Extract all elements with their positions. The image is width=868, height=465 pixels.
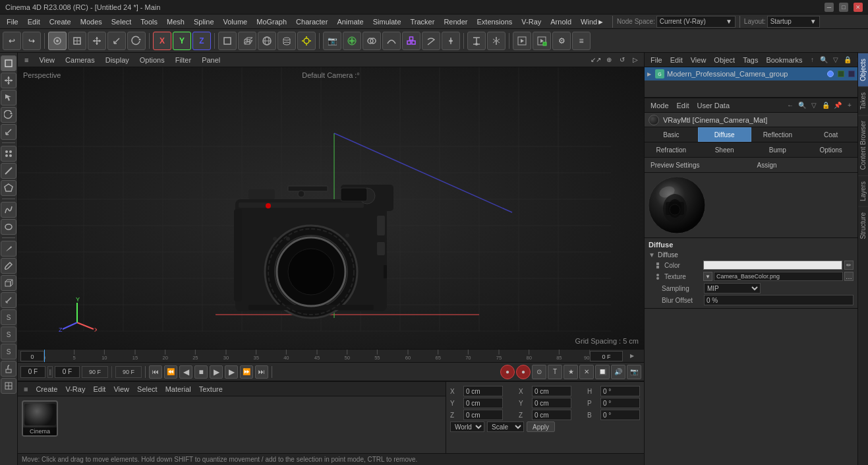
mat-tab-sheen[interactable]: Sheen — [698, 142, 751, 157]
render-view-button[interactable] — [513, 32, 531, 50]
next-frame-button[interactable]: ▶ — [225, 365, 238, 379]
menu-wind[interactable]: Wind► — [577, 16, 608, 27]
menu-mesh[interactable]: Mesh — [163, 16, 188, 27]
coord-sx-input[interactable] — [532, 386, 571, 396]
sidebar-poly-icon[interactable] — [1, 180, 16, 196]
sidebar-rotate-icon[interactable] — [1, 107, 16, 123]
obj-view-menu[interactable]: View — [687, 55, 710, 65]
viewport-expand-icon[interactable]: ↙↗ — [590, 54, 602, 66]
light-button[interactable] — [297, 32, 316, 50]
motion-blur-button[interactable]: 🔊 — [611, 365, 625, 379]
model-mode-button[interactable] — [48, 32, 67, 50]
sampling-select[interactable]: MIP None Summed Area — [704, 283, 761, 294]
mat-material-menu[interactable]: Material — [162, 384, 194, 394]
viewport-cameras-menu[interactable]: Cameras — [61, 55, 99, 65]
coord-y-input[interactable] — [463, 398, 503, 408]
menu-animate[interactable]: Animate — [333, 16, 367, 27]
snap-button[interactable] — [467, 32, 486, 50]
sidebar-brush-icon[interactable] — [1, 258, 16, 274]
coord-h-input[interactable] — [600, 386, 640, 396]
sidebar-spline-icon[interactable] — [1, 202, 16, 218]
render-to-po-button[interactable] — [533, 32, 551, 50]
menu-create[interactable]: Create — [45, 16, 75, 27]
mat-tab-reflection[interactable]: Reflection — [751, 127, 805, 142]
viewport-plus-icon[interactable]: ⊕ — [603, 54, 615, 66]
key-all-button[interactable]: 🔲 — [595, 365, 610, 379]
coord-space-dropdown[interactable]: World Local — [450, 421, 484, 432]
deformer-button[interactable] — [422, 32, 440, 50]
autokey-button[interactable]: ● — [516, 365, 531, 379]
key-rot-button[interactable]: ★ — [564, 365, 578, 379]
menu-arnold[interactable]: Arnold — [546, 16, 575, 27]
constraint-button[interactable] — [442, 32, 460, 50]
viewport-play-icon[interactable]: ▷ — [629, 54, 641, 66]
side-tab-takes[interactable]: Takes — [858, 86, 868, 115]
mirror-button[interactable] — [487, 32, 506, 50]
obj-filter-icon[interactable]: ▽ — [830, 55, 841, 65]
side-tab-structure[interactable]: Structure — [858, 206, 868, 245]
current-frame-input[interactable] — [55, 366, 80, 378]
object-vis-viewport[interactable] — [838, 71, 844, 77]
undo-button[interactable]: ↩ — [3, 32, 21, 50]
attr-search-icon[interactable]: 🔍 — [797, 100, 807, 111]
sidebar-scale-icon[interactable] — [1, 124, 16, 140]
key-clear-button[interactable]: ✕ — [579, 365, 594, 379]
go-to-end-button[interactable]: ⏭ — [255, 365, 268, 379]
next-key-button[interactable]: ⏩ — [240, 365, 253, 379]
menu-tools[interactable]: Tools — [136, 16, 161, 27]
record-button[interactable]: ● — [500, 365, 515, 379]
mat-view-menu[interactable]: View — [110, 384, 132, 394]
menu-simulate[interactable]: Simulate — [369, 16, 405, 27]
sidebar-grid-icon[interactable] — [1, 378, 16, 394]
y-constraint-button[interactable]: Y — [173, 32, 191, 50]
go-to-start-button[interactable]: ⏮ — [149, 365, 162, 379]
x-constraint-button[interactable]: X — [153, 32, 171, 50]
texture-more-btn[interactable]: … — [844, 272, 854, 281]
attr-more-icon[interactable]: + — [844, 100, 855, 111]
sidebar-points-icon[interactable] — [1, 146, 16, 162]
camera-button[interactable]: 📷 — [323, 32, 341, 50]
start-frame-input[interactable] — [20, 366, 45, 378]
scale-tool-button[interactable] — [107, 32, 126, 50]
coord-apply-button[interactable]: Apply — [527, 421, 555, 432]
obj-search-icon[interactable]: 🔍 — [819, 55, 829, 65]
color-picker-button[interactable]: ✏ — [844, 261, 854, 270]
add-button[interactable] — [343, 32, 361, 50]
cube-button[interactable] — [238, 32, 256, 50]
coord-x-input[interactable] — [463, 386, 503, 396]
menu-extensions[interactable]: Extensions — [473, 16, 516, 27]
attr-lock-icon[interactable]: 🔒 — [821, 100, 831, 111]
obj-bookmarks-menu[interactable]: Bookmarks — [763, 55, 805, 65]
material-swatch-cinema[interactable]: Cinema — [22, 400, 58, 437]
mat-assign-btn[interactable]: Assign — [751, 158, 858, 172]
render-settings-button[interactable]: ⚙ — [552, 32, 571, 50]
viewport-panel-menu[interactable]: Panel — [198, 55, 224, 65]
prev-frame-button[interactable]: ◀ — [179, 365, 192, 379]
menu-tracker[interactable]: Tracker — [407, 16, 439, 27]
coord-transform-dropdown[interactable]: Scale Rotate — [487, 421, 524, 432]
mat-hamburger[interactable]: ≡ — [20, 384, 31, 394]
mat-vray-menu[interactable]: V-Ray — [62, 384, 88, 394]
attr-nav-back[interactable]: ← — [785, 100, 796, 111]
menu-spline[interactable]: Spline — [190, 16, 218, 27]
obj-object-menu[interactable]: Object — [710, 55, 738, 65]
node-space-dropdown[interactable]: Current (V-Ray) ▼ — [656, 16, 736, 28]
viewport-view-menu[interactable]: View — [35, 55, 59, 65]
key-pos-button[interactable]: ⊙ — [532, 365, 546, 379]
mat-edit-menu[interactable]: Edit — [90, 384, 109, 394]
mograph-cloner[interactable] — [402, 32, 420, 50]
sidebar-sculpt-icon[interactable]: S — [1, 326, 16, 342]
attr-mode-menu[interactable]: Mode — [647, 100, 672, 111]
mat-texture-menu[interactable]: Texture — [196, 384, 226, 394]
menu-mograph[interactable]: MoGraph — [252, 16, 291, 27]
sidebar-weight-icon[interactable]: S — [1, 309, 16, 325]
sidebar-select-icon[interactable] — [1, 90, 16, 106]
key-scale-button[interactable]: T — [548, 365, 562, 379]
mat-tab-refraction[interactable]: Refraction — [645, 142, 698, 157]
mesh-mode-button[interactable] — [68, 32, 86, 50]
close-button[interactable]: ✕ — [854, 3, 863, 12]
sidebar-move-icon[interactable] — [1, 73, 16, 88]
sidebar-measure-icon[interactable] — [1, 292, 16, 308]
cylinder-button[interactable] — [277, 32, 296, 50]
object-vis-render[interactable] — [848, 71, 855, 77]
